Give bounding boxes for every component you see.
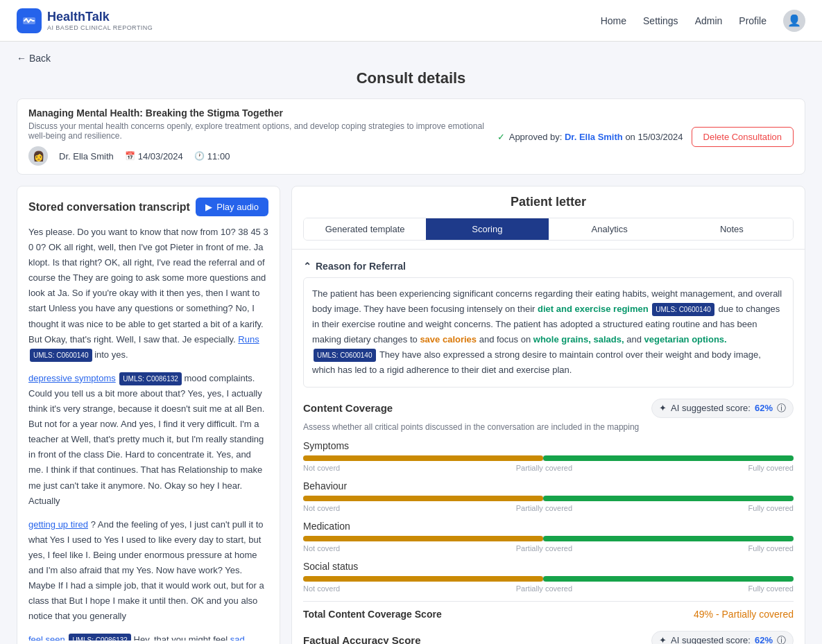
tab-generated-template[interactable]: Generated template — [304, 218, 426, 240]
back-arrow-icon: ← — [17, 53, 26, 64]
social-progress — [303, 576, 794, 582]
ai-label: AI suggested score: — [671, 403, 751, 413]
ai-score-value: 62% — [755, 403, 773, 413]
feel-seen-term[interactable]: feel seen — [28, 634, 65, 641]
category-social-status: Social status Not coverd Partially cover… — [303, 561, 794, 593]
logo-icon — [17, 8, 42, 33]
tab-notes[interactable]: Notes — [671, 218, 793, 240]
tab-analytics[interactable]: Analytics — [549, 218, 671, 240]
social-fill-green — [543, 576, 794, 582]
patient-letter-panel: Patient letter Generated template Scorin… — [291, 186, 805, 644]
consult-info: Managing Mental Health: Breaking the Sti… — [28, 107, 497, 166]
approved-text: Approved by: Dr. Ella Smith on 15/03/202… — [509, 132, 683, 142]
umls-runs: UMLS: C0600140 — [30, 349, 92, 362]
approved-on: on 15/03/2024 — [625, 132, 683, 142]
factual-info-icon: ⓘ — [777, 634, 786, 644]
approved-doctor: Dr. Ella Smith — [565, 132, 623, 142]
factual-ai-label: AI suggested score: — [671, 635, 751, 644]
referral-highlight-3: whole grains, salads, — [533, 334, 624, 345]
getting-up-term[interactable]: getting up tired — [28, 519, 88, 530]
nav-profile[interactable]: Profile — [739, 15, 767, 26]
factual-accuracy-title: Factual Accuracy Score — [303, 634, 421, 644]
back-label: Back — [29, 53, 51, 64]
factual-ai-icon: ✦ — [659, 635, 667, 644]
cat-behaviour-label: Behaviour — [303, 480, 794, 491]
referral-section-header: ⌃ Reason for Referral — [303, 261, 794, 272]
referral-section-label: Reason for Referral — [316, 261, 406, 272]
consult-date: 📅 14/03/2024 — [125, 151, 183, 162]
ai-score-badge: ✦ AI suggested score: 62% ⓘ — [651, 399, 794, 418]
factual-accuracy-header: Factual Accuracy Score ✦ AI suggested sc… — [303, 631, 794, 644]
total-label: Total Content Coverage Score — [303, 609, 442, 620]
umls-depressive: UMLS: C0086132 — [119, 372, 182, 385]
letter-title: Patient letter — [303, 195, 794, 209]
factual-ai-badge: ✦ AI suggested score: 62% ⓘ — [651, 631, 794, 644]
delete-consultation-button[interactable]: Delete Consultation — [692, 127, 794, 147]
sad-term[interactable]: sad — [230, 634, 245, 641]
tab-scoring[interactable]: Scoring — [426, 218, 548, 240]
play-audio-button[interactable]: ▶ Play audio — [196, 198, 268, 216]
consult-description: Discuss your mental health concerns open… — [28, 121, 497, 141]
category-behaviour: Behaviour Not coverd Partially covered F… — [303, 480, 794, 512]
logo-name: HealthTalk — [47, 10, 153, 24]
referral-highlight-4: vegetarian options. — [644, 334, 727, 345]
symptoms-fill-yellow — [303, 455, 543, 461]
referral-umls-2: UMLS: C0600140 — [314, 349, 376, 362]
cat-social-label: Social status — [303, 561, 794, 572]
logo: HealthTalk AI BASED CLINICAL REPORTING — [17, 8, 153, 33]
medication-fill-yellow — [303, 536, 543, 541]
cat-medication-label: Medication — [303, 521, 794, 532]
category-medication: Medication Not coverd Partially covered … — [303, 521, 794, 552]
back-link[interactable]: ← Back — [17, 53, 51, 64]
symptoms-progress — [303, 455, 794, 461]
transcript-paragraph-1: Yes please. Do you want to know that now… — [28, 225, 268, 363]
referral-highlight-2: save calories — [420, 334, 477, 345]
category-symptoms: Symptoms Not coverd Partially covered Fu… — [303, 440, 794, 472]
app-header: HealthTalk AI BASED CLINICAL REPORTING H… — [0, 0, 822, 42]
coverage-categories: Symptoms Not coverd Partially covered Fu… — [303, 440, 794, 593]
depressive-term[interactable]: depressive symptoms — [28, 373, 116, 383]
total-coverage-row: Total Content Coverage Score 49% - Parti… — [303, 601, 794, 620]
consult-actions: ✓ Approved by: Dr. Ella Smith on 15/03/2… — [497, 127, 794, 147]
calendar-icon: 📅 — [125, 151, 135, 161]
page-content: ← Back Consult details Managing Mental H… — [0, 42, 822, 644]
tabs: Generated template Scoring Analytics Not… — [303, 218, 794, 241]
play-icon: ▶ — [205, 202, 212, 212]
consult-title: Managing Mental Health: Breaking the Sti… — [28, 107, 497, 119]
chevron-up-icon: ⌃ — [303, 261, 311, 272]
symptoms-fill-green — [543, 455, 794, 461]
runs-term[interactable]: Runs — [238, 334, 259, 345]
referral-highlight-1: diet and exercise regimen — [538, 304, 649, 314]
coverage-description: Assess whether all critical points discu… — [303, 422, 794, 432]
consult-bar: Managing Mental Health: Breaking the Sti… — [17, 98, 805, 175]
consult-time: 🕐 11:00 — [194, 151, 230, 162]
logo-subtitle: AI BASED CLINICAL REPORTING — [47, 24, 153, 31]
behaviour-fill-green — [543, 496, 794, 501]
consult-meta: 👩 Dr. Ella Smith 📅 14/03/2024 🕐 11:00 — [28, 146, 497, 166]
avatar[interactable]: 👤 — [783, 10, 805, 32]
nav-home[interactable]: Home — [601, 15, 626, 26]
transcript-title: Stored conversation transcript — [28, 201, 190, 214]
behaviour-progress — [303, 496, 794, 501]
social-fill-yellow — [303, 576, 543, 582]
coverage-title: Content Coverage — [303, 402, 393, 414]
check-icon: ✓ — [497, 132, 505, 142]
logo-text: HealthTalk AI BASED CLINICAL REPORTING — [47, 10, 153, 31]
doctor-name: Dr. Ella Smith — [59, 151, 114, 162]
doctor-avatar: 👩 — [28, 146, 48, 166]
page-title: Consult details — [17, 69, 805, 87]
social-labels: Not coverd Partially covered Fully cover… — [303, 584, 794, 593]
transcript-paragraph-4: feel seen UMLS: C0086132 Hey, that you m… — [28, 632, 268, 641]
play-label: Play audio — [216, 202, 259, 212]
total-value: 49% - Partially covered — [694, 609, 794, 620]
ai-icon: ✦ — [659, 403, 667, 413]
nav-settings[interactable]: Settings — [643, 15, 678, 26]
clock-icon: 🕐 — [194, 151, 205, 161]
transcript-panel: Stored conversation transcript ▶ Play au… — [17, 186, 280, 644]
medication-fill-green — [543, 536, 794, 541]
nav-admin[interactable]: Admin — [695, 15, 723, 26]
behaviour-labels: Not coverd Partially covered Fully cover… — [303, 504, 794, 512]
approved-badge: ✓ Approved by: Dr. Ella Smith on 15/03/2… — [497, 132, 683, 142]
referral-box: The patient has been experiencing signif… — [303, 277, 794, 388]
referral-umls-1: UMLS: C0600140 — [652, 303, 714, 316]
